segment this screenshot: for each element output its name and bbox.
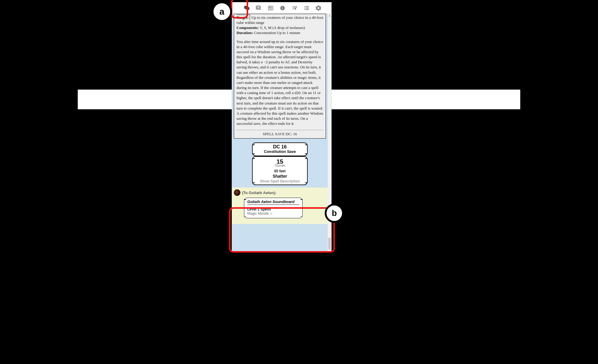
chat-sidebar-panel: Target: Up to six creatures of your choi… bbox=[232, 2, 331, 251]
whisper-recipient-line: (To Goliath Aelon): bbox=[242, 191, 277, 195]
svg-rect-9 bbox=[282, 7, 283, 9]
roll-dc-value: DC 16 bbox=[253, 143, 307, 150]
roll-card-result[interactable]: 15 Thunder 60 feet Shatter Show Spell De… bbox=[252, 156, 308, 185]
show-spell-description-button[interactable]: Show Spell Description bbox=[253, 179, 307, 183]
svg-point-10 bbox=[282, 7, 283, 7]
roll-range: 60 feet bbox=[253, 169, 307, 173]
roll-card-dc[interactable]: DC 16 Constitution Save bbox=[252, 142, 308, 156]
spell-body-text: You alter time around up to six creature… bbox=[237, 39, 323, 126]
roll-spell-name: Shatter bbox=[253, 174, 307, 179]
tab-jukebox[interactable] bbox=[291, 5, 298, 11]
svg-point-2 bbox=[257, 6, 257, 7]
roll-damage-value: 15 bbox=[253, 159, 307, 165]
tab-journal[interactable] bbox=[267, 5, 274, 11]
newspaper-icon bbox=[268, 5, 274, 11]
info-icon bbox=[280, 5, 286, 11]
image-icon bbox=[256, 5, 262, 11]
svg-point-15 bbox=[304, 6, 305, 7]
chat-icon bbox=[244, 5, 250, 11]
whisper-message: (To Goliath Aelon): Goliath Aelon Soundb… bbox=[232, 188, 328, 224]
soundboard-title: Goliath Aelon Soundboard bbox=[247, 200, 299, 204]
svg-rect-20 bbox=[306, 9, 309, 10]
field-components-label: Components: bbox=[237, 25, 259, 30]
roll-save-label: Constitution Save bbox=[253, 150, 307, 156]
tab-collections[interactable] bbox=[303, 5, 310, 11]
sidebar-tab-bar bbox=[232, 2, 331, 14]
spell-description-card: Target: Up to six creatures of your choi… bbox=[234, 14, 326, 139]
music-list-icon bbox=[292, 5, 298, 11]
svg-rect-18 bbox=[306, 6, 309, 7]
field-duration-value: Concentration Up to 1 minute bbox=[254, 30, 300, 35]
gear-icon bbox=[315, 5, 321, 11]
list-icon bbox=[303, 5, 309, 11]
field-duration-label: Duration: bbox=[237, 30, 253, 35]
scroll-up-icon[interactable]: ▴ bbox=[328, 14, 331, 17]
annotation-marker-a: a bbox=[212, 1, 232, 22]
svg-point-17 bbox=[304, 9, 305, 10]
soundboard-section-label: Level 1 Spells bbox=[247, 207, 299, 211]
field-target-label: Target: bbox=[237, 15, 250, 20]
svg-rect-4 bbox=[269, 7, 271, 8]
soundboard-card: Goliath Aelon Soundboard Level 1 Spells … bbox=[244, 198, 303, 218]
spell-save-dc-line: SPELL SAVE DC: 16 bbox=[237, 130, 323, 136]
annotation-marker-b: b bbox=[325, 204, 344, 223]
tab-art-library[interactable] bbox=[255, 5, 262, 11]
svg-point-16 bbox=[304, 7, 305, 8]
svg-point-14 bbox=[295, 8, 296, 9]
tab-chat[interactable] bbox=[243, 5, 250, 11]
roll-damage-type: Thunder bbox=[253, 164, 307, 167]
avatar[interactable] bbox=[234, 189, 240, 196]
chat-log: Target: Up to six creatures of your choi… bbox=[232, 14, 331, 251]
tab-settings[interactable] bbox=[315, 5, 322, 11]
tab-compendium[interactable] bbox=[279, 5, 286, 11]
svg-rect-19 bbox=[306, 7, 309, 8]
soundboard-item[interactable]: Magic Missile ♫ bbox=[247, 211, 299, 216]
field-components-value: V, S, M (A drop of molasses) bbox=[260, 25, 305, 30]
scroll-thumb[interactable] bbox=[328, 238, 331, 250]
